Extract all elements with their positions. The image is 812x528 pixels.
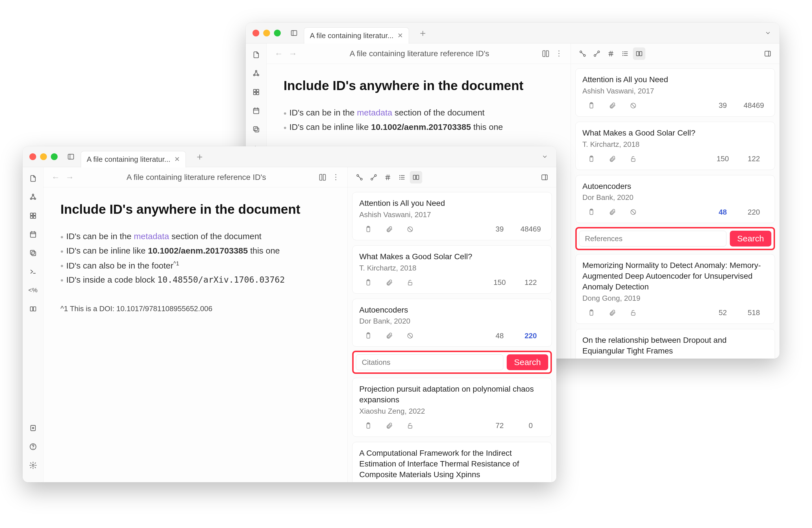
window-minimize-button[interactable] [263,30,270,36]
cards-list[interactable]: Attention is All you NeedAshish Vaswani,… [571,64,780,358]
hash-icon[interactable] [605,47,617,60]
list-icon[interactable] [396,171,408,184]
clipboard-icon[interactable] [359,331,377,341]
footnote: ^1 This is a DOI: 10.1017/9781108955652.… [60,304,331,313]
attachment-icon[interactable] [603,101,621,111]
search-input[interactable] [356,354,503,370]
attachment-icon[interactable] [380,331,398,341]
file-icon[interactable] [27,173,39,184]
terminal-icon[interactable] [27,266,39,277]
search-button[interactable]: Search [507,354,548,370]
tab-active[interactable]: A file containing literatur... ✕ [81,151,186,167]
doc-content[interactable]: Include ID's anywhere in the document ID… [266,64,570,149]
metadata-link[interactable]: metadata [357,108,392,117]
sidebar-toggle-icon[interactable] [289,28,299,38]
nav-forward-icon[interactable]: → [289,49,297,58]
references-view-icon[interactable] [410,171,422,184]
reference-card[interactable]: AutoencodersDor Bank, 202048220 [352,299,552,347]
new-tab-button[interactable]: ＋ [191,150,208,163]
sidebar-toggle-icon[interactable] [66,152,76,162]
svg-point-86 [400,177,400,178]
outgoing-link-icon[interactable] [591,47,603,60]
attachment-icon[interactable] [380,278,398,288]
window-minimize-button[interactable] [40,153,47,160]
hash-icon[interactable] [381,171,394,184]
graph-icon[interactable] [250,68,262,79]
grid-icon[interactable] [27,210,39,221]
graph-icon[interactable] [27,191,39,203]
window-close-button[interactable] [252,30,259,36]
references-panel: Attention is All you NeedAshish Vaswani,… [347,167,556,482]
incoming-link-icon[interactable] [353,171,366,184]
metadata-link[interactable]: metadata [134,232,169,241]
clipboard-icon[interactable] [359,224,377,234]
clipboard-icon[interactable] [359,278,377,288]
access-icon[interactable] [401,224,419,234]
grid-icon[interactable] [250,86,262,98]
reference-card[interactable]: On the relationship between Dropout and … [575,329,775,358]
tab-close-icon[interactable]: ✕ [174,155,180,163]
window-maximize-button[interactable] [51,153,58,160]
list-icon[interactable] [619,47,631,60]
incoming-link-icon[interactable] [577,47,589,60]
access-icon[interactable] [624,101,642,111]
reference-card[interactable]: A Computational Framework for the Indire… [352,442,552,482]
svg-rect-30 [639,52,642,56]
access-icon[interactable] [401,331,419,341]
attachment-icon[interactable] [603,154,621,164]
reference-card[interactable]: Memorizing Normality to Detect Anomaly: … [575,254,775,324]
search-button[interactable]: Search [730,231,771,247]
doc-content[interactable]: Include ID's anywhere in the document ID… [43,188,347,327]
calendar-icon[interactable] [27,229,39,240]
help-icon[interactable] [27,441,39,452]
nav-back-icon[interactable]: ← [52,173,60,182]
calendar-icon[interactable] [250,105,262,116]
clipboard-icon[interactable] [582,308,600,318]
chevron-down-icon[interactable] [540,152,550,162]
attachment-icon[interactable] [603,308,621,318]
window-maximize-button[interactable] [274,30,281,36]
nav-back-icon[interactable]: ← [275,49,283,58]
references-view-icon[interactable] [633,47,646,60]
settings-icon[interactable] [27,460,39,471]
vault-icon[interactable] [27,422,39,434]
new-tab-button[interactable]: ＋ [414,27,432,40]
attachment-icon[interactable] [603,207,621,217]
reference-card[interactable]: Projection pursuit adaptation on polynom… [352,378,552,437]
clipboard-icon[interactable] [582,207,600,217]
book-icon[interactable] [319,173,327,181]
tab-active[interactable]: A file containing literatur... ✕ [304,27,409,44]
panel-toggle-icon[interactable] [762,47,774,60]
outgoing-link-icon[interactable] [367,171,380,184]
clipboard-icon[interactable] [359,421,377,431]
copy-icon[interactable] [250,124,262,135]
reference-card[interactable]: What Makes a Good Solar Cell?T. Kirchart… [575,122,775,170]
more-icon[interactable]: ⋮ [332,173,339,181]
clipboard-icon[interactable] [582,154,600,164]
split-icon[interactable] [27,303,39,314]
tab-close-icon[interactable]: ✕ [397,32,403,40]
access-icon[interactable] [401,421,419,431]
reference-card[interactable]: Attention is All you NeedAshish Vaswani,… [575,68,775,117]
attachment-icon[interactable] [380,224,398,234]
reference-card[interactable]: Attention is All you NeedAshish Vaswani,… [352,192,552,240]
reference-card[interactable]: What Makes a Good Solar Cell?T. Kirchart… [352,245,552,294]
access-icon[interactable] [401,278,419,288]
reference-card[interactable]: AutoencodersDor Bank, 202048220 [575,175,775,223]
nav-forward-icon[interactable]: → [66,173,74,182]
chevron-down-icon[interactable] [763,28,773,38]
copy-icon[interactable] [27,247,39,259]
access-icon[interactable] [624,154,642,164]
code-icon[interactable]: <% [27,284,39,296]
attachment-icon[interactable] [380,421,398,431]
access-icon[interactable] [624,308,642,318]
panel-toggle-icon[interactable] [538,171,551,184]
access-icon[interactable] [624,207,642,217]
file-icon[interactable] [250,49,262,60]
cards-list[interactable]: Attention is All you NeedAshish Vaswani,… [348,188,556,482]
clipboard-icon[interactable] [582,101,600,111]
window-close-button[interactable] [29,153,36,160]
more-icon[interactable]: ⋮ [555,49,563,58]
search-input[interactable] [579,231,726,247]
book-icon[interactable] [542,50,550,58]
